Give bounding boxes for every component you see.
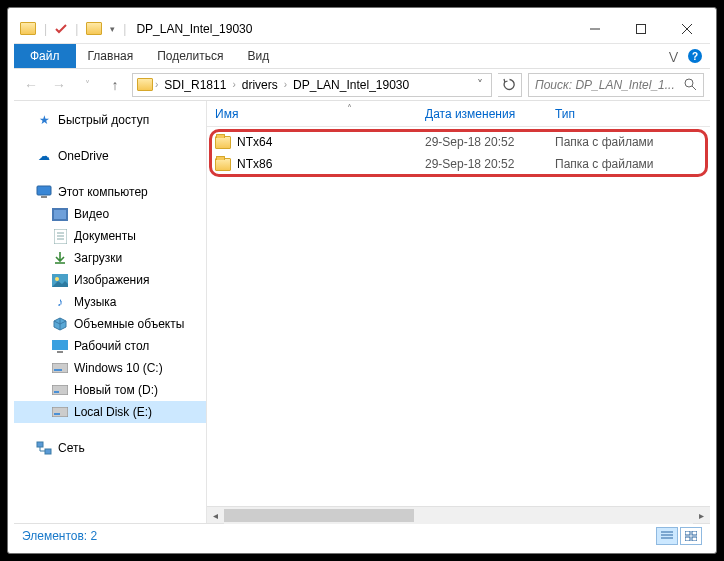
nav-drive-c[interactable]: Windows 10 (C:) (14, 357, 206, 379)
nav-drive-d[interactable]: Новый том (D:) (14, 379, 206, 401)
svg-rect-31 (692, 531, 697, 535)
svg-rect-21 (52, 385, 68, 395)
search-input[interactable]: Поиск: DP_LAN_Intel_1... (528, 73, 704, 97)
drive-icon (52, 360, 68, 376)
window-title: DP_LAN_Intel_19030 (132, 22, 252, 36)
breadcrumb-item[interactable]: DP_LAN_Intel_19030 (289, 78, 413, 92)
checkmark-icon[interactable] (55, 23, 67, 35)
tab-view[interactable]: Вид (235, 44, 281, 68)
explorer-window: | | ▾ | DP_LAN_Intel_19030 Файл Главная … (14, 14, 710, 547)
qat-separator: | (75, 22, 78, 36)
status-bar: Элементов: 2 (14, 523, 710, 547)
svg-point-4 (685, 79, 693, 87)
breadcrumb-item[interactable]: drivers (238, 78, 282, 92)
folder-context-icon (86, 22, 102, 35)
svg-rect-6 (37, 186, 51, 195)
minimize-button[interactable] (572, 14, 618, 44)
close-button[interactable] (664, 14, 710, 44)
title-bar: | | ▾ | DP_LAN_Intel_19030 (14, 14, 710, 44)
file-list-area: Имя ˄ Дата изменения Тип NTx64 29-Sep-18… (207, 101, 710, 523)
nav-back-button[interactable]: ← (20, 74, 42, 96)
drive-icon (52, 382, 68, 398)
svg-rect-17 (52, 340, 68, 350)
chevron-right-icon[interactable]: › (284, 79, 287, 90)
svg-rect-7 (41, 196, 47, 198)
ribbon: Файл Главная Поделиться Вид ⋁ ? (14, 44, 710, 69)
quick-access[interactable]: ★ Быстрый доступ (14, 109, 206, 131)
expand-ribbon-icon[interactable]: ⋁ (669, 50, 678, 63)
app-icon (20, 22, 36, 35)
pc-icon (36, 184, 52, 200)
file-list[interactable]: NTx64 29-Sep-18 20:52 Папка с файлами NT… (207, 127, 710, 506)
svg-rect-32 (685, 537, 690, 541)
folder-icon (215, 136, 231, 149)
file-row[interactable]: NTx86 29-Sep-18 20:52 Папка с файлами (207, 153, 710, 175)
nav-downloads[interactable]: Загрузки (14, 247, 206, 269)
network-icon (36, 440, 52, 456)
svg-rect-19 (52, 363, 68, 373)
svg-rect-25 (37, 442, 43, 447)
svg-rect-18 (57, 351, 63, 353)
help-icon[interactable]: ? (688, 49, 702, 63)
view-details-button[interactable] (656, 527, 678, 545)
svg-rect-24 (54, 413, 60, 415)
sort-indicator-icon: ˄ (347, 103, 352, 114)
svg-rect-20 (54, 369, 62, 371)
nav-history-icon[interactable]: ˅ (76, 74, 98, 96)
nav-3d-objects[interactable]: Объемные объекты (14, 313, 206, 335)
chevron-right-icon[interactable]: › (232, 79, 235, 90)
scroll-left-icon[interactable]: ◂ (207, 510, 224, 521)
scroll-thumb[interactable] (224, 509, 414, 522)
maximize-button[interactable] (618, 14, 664, 44)
file-row[interactable]: NTx64 29-Sep-18 20:52 Папка с файлами (207, 131, 710, 153)
tab-home[interactable]: Главная (76, 44, 146, 68)
music-icon: ♪ (52, 294, 68, 310)
nav-music[interactable]: ♪Музыка (14, 291, 206, 313)
column-type[interactable]: Тип (555, 107, 710, 121)
nav-videos[interactable]: Видео (14, 203, 206, 225)
nav-forward-button[interactable]: → (48, 74, 70, 96)
status-item-count: Элементов: 2 (22, 529, 97, 543)
tab-share[interactable]: Поделиться (145, 44, 235, 68)
svg-rect-1 (637, 24, 646, 33)
svg-line-5 (692, 86, 696, 90)
chevron-right-icon[interactable]: › (155, 79, 158, 90)
nav-desktop[interactable]: Рабочий стол (14, 335, 206, 357)
nav-documents[interactable]: Документы (14, 225, 206, 247)
refresh-button[interactable] (498, 73, 522, 97)
breadcrumb-dropdown-icon[interactable]: ˅ (473, 78, 487, 92)
qat-dropdown-icon[interactable]: ▾ (110, 24, 115, 34)
scroll-right-icon[interactable]: ▸ (693, 510, 710, 521)
svg-rect-23 (52, 407, 68, 417)
horizontal-scrollbar[interactable]: ◂ ▸ (207, 506, 710, 523)
qat-separator: | (44, 22, 47, 36)
nav-network[interactable]: Сеть (14, 437, 206, 459)
cloud-icon: ☁ (36, 148, 52, 164)
search-icon[interactable] (684, 78, 697, 91)
view-icons-button[interactable] (680, 527, 702, 545)
qat-separator: | (123, 22, 126, 36)
file-tab[interactable]: Файл (14, 44, 76, 68)
breadcrumb-item[interactable]: SDI_R1811 (160, 78, 230, 92)
downloads-icon (52, 250, 68, 266)
nav-drive-e[interactable]: Local Disk (E:) (14, 401, 206, 423)
svg-rect-22 (54, 391, 59, 393)
search-placeholder: Поиск: DP_LAN_Intel_1... (535, 78, 675, 92)
onedrive[interactable]: ☁ OneDrive (14, 145, 206, 167)
navigation-pane: ★ Быстрый доступ ☁ OneDrive Этот компьют… (14, 101, 207, 523)
breadcrumb-root-icon[interactable] (137, 78, 153, 91)
star-icon: ★ (36, 112, 52, 128)
folder-icon (215, 158, 231, 171)
column-date[interactable]: Дата изменения (425, 107, 555, 121)
column-headers: Имя ˄ Дата изменения Тип (207, 101, 710, 127)
svg-rect-33 (692, 537, 697, 541)
this-pc[interactable]: Этот компьютер (14, 181, 206, 203)
pictures-icon (52, 272, 68, 288)
breadcrumb[interactable]: › SDI_R1811 › drivers › DP_LAN_Intel_190… (132, 73, 492, 97)
scroll-track[interactable] (224, 507, 693, 524)
nav-pictures[interactable]: Изображения (14, 269, 206, 291)
desktop-icon (52, 338, 68, 354)
column-name[interactable]: Имя (215, 107, 425, 121)
svg-rect-26 (45, 449, 51, 454)
nav-up-button[interactable]: ↑ (104, 74, 126, 96)
